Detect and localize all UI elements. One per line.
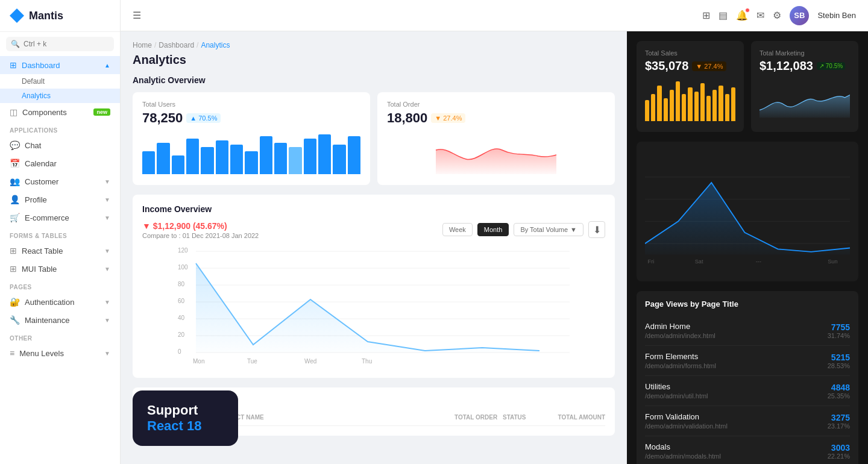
- breadcrumb-home[interactable]: Home: [133, 41, 152, 49]
- svg-text:Wed: Wed: [304, 358, 316, 365]
- dark-bar-12: [712, 90, 717, 122]
- svg-text:40: 40: [178, 315, 185, 321]
- pv-pct-5: 22.21%: [828, 453, 850, 460]
- logo-area[interactable]: Mantis: [0, 0, 120, 32]
- svg-text:0: 0: [178, 348, 181, 355]
- dark-bar-1: [645, 100, 649, 121]
- sidebar-label-menu-levels: Menu Levels: [19, 349, 64, 358]
- svg-text:Sun: Sun: [828, 259, 837, 265]
- section-pages: Pages: [0, 278, 120, 293]
- volume-dropdown[interactable]: By Total Volume ▼: [514, 223, 583, 236]
- support-popup[interactable]: Support React 18: [133, 390, 238, 446]
- dropdown-label: By Total Volume: [520, 226, 568, 233]
- sidebar-label-ecommerce: E-commerce: [25, 213, 69, 222]
- bar-9: [260, 136, 272, 174]
- sidebar-sub-default[interactable]: Default: [0, 74, 120, 89]
- bar-11: [289, 147, 301, 175]
- pv-item-1: Admin Home /demo/admin/index.html 7755 3…: [645, 316, 850, 346]
- mail-icon[interactable]: ✉: [756, 10, 764, 21]
- dark-bar-5: [670, 90, 674, 122]
- header-left: ☰: [133, 10, 141, 21]
- col-product: Product Name: [215, 414, 454, 421]
- search-icon: 🔍: [11, 40, 20, 48]
- download-button[interactable]: ⬇: [588, 221, 605, 238]
- breadcrumb-dashboard[interactable]: Dashboard: [159, 41, 194, 49]
- dark-stat-value-marketing: $1,12,083: [760, 59, 813, 73]
- sidebar-label-dashboard: Dashboard: [22, 61, 60, 70]
- svg-text:Thu: Thu: [362, 358, 372, 365]
- col-total-order: Total Order: [454, 414, 503, 421]
- sidebar-label-auth: Authentication: [25, 298, 74, 307]
- dark-bar-10: [700, 83, 705, 121]
- calendar-icon: 📅: [10, 158, 20, 168]
- section-applications: Applications: [0, 121, 120, 136]
- stat-badge-order: ▼ 27.4%: [431, 113, 465, 123]
- week-button[interactable]: Week: [442, 223, 473, 236]
- sidebar-item-authentication[interactable]: 🔐 Authentication ▼: [0, 293, 120, 311]
- dark-income-chart: Fri Sat --- Sun: [637, 142, 858, 281]
- bar-13: [318, 134, 331, 175]
- month-button[interactable]: Month: [477, 223, 509, 236]
- section-forms: Forms & Tables: [0, 227, 120, 242]
- col-total-amount: Total Amount: [551, 414, 605, 421]
- search-input[interactable]: [24, 40, 109, 48]
- pv-name-4: Form Validation: [645, 412, 828, 421]
- pv-pct-1: 31.74%: [828, 332, 850, 339]
- sidebar-item-dashboard[interactable]: ⊞ Dashboard ▲: [0, 56, 120, 74]
- bar-8: [245, 151, 257, 175]
- sidebar-item-react-table[interactable]: ⊞ React Table ▼: [0, 242, 120, 260]
- notification-icon[interactable]: 🔔: [736, 10, 748, 21]
- dark-stat-label-sales: Total Sales: [645, 49, 735, 57]
- dark-bar-15: [731, 87, 735, 121]
- pv-item-3: Utilities /demo/admin/util.html 4848 25.…: [645, 376, 850, 406]
- dark-bar-8: [688, 87, 692, 121]
- stat-value-users: 78,250: [142, 110, 183, 126]
- dark-bar-14: [725, 94, 729, 122]
- bar-7: [230, 145, 243, 174]
- sidebar-item-maintenance[interactable]: 🔧 Maintenance ▼: [0, 311, 120, 329]
- search-box[interactable]: 🔍: [6, 37, 114, 51]
- sidebar-item-components[interactable]: ◫ Components new: [0, 103, 120, 121]
- chevron-down-icon: ▼: [104, 178, 110, 185]
- sidebar-item-menu-levels[interactable]: ≡ Menu Levels ▼: [0, 344, 120, 362]
- dark-badge-marketing: ↗ 70.5%: [817, 62, 845, 70]
- auth-icon: 🔐: [10, 297, 20, 307]
- sidebar-label-react-table: React Table: [22, 246, 63, 256]
- hamburger-icon[interactable]: ☰: [133, 10, 141, 21]
- sub-label-analytics: Analytics: [22, 92, 51, 100]
- bar-2: [157, 143, 169, 175]
- dark-bar-4: [664, 98, 668, 122]
- income-title: Income Overview: [142, 204, 605, 214]
- bar-10: [274, 143, 287, 175]
- bar-1: [142, 151, 155, 175]
- avatar[interactable]: SB: [790, 6, 809, 25]
- sidebar-item-chat[interactable]: 💬 Chat: [0, 136, 120, 154]
- income-header: ▼ $1,12,900 (45.67%) Compare to : 01 Dec…: [142, 221, 605, 239]
- svg-text:60: 60: [178, 298, 185, 304]
- sidebar-sub-analytics[interactable]: Analytics: [0, 89, 120, 103]
- svg-text:---: ---: [756, 259, 761, 265]
- sidebar-item-profile[interactable]: 👤 Profile ▼: [0, 190, 120, 208]
- sidebar-item-customer[interactable]: 👥 Customer ▼: [0, 172, 120, 190]
- card-icon[interactable]: ▤: [719, 10, 728, 21]
- settings-icon[interactable]: ⚙: [773, 10, 781, 21]
- pv-count-4: 3275: [828, 413, 850, 422]
- sidebar-label-chat: Chat: [25, 141, 41, 150]
- sidebar-item-mui-table[interactable]: ⊞ MUI Table ▼: [0, 260, 120, 278]
- breadcrumb-analytics: Analytics: [201, 41, 230, 49]
- sidebar-label-customer: Customer: [25, 177, 58, 186]
- maintenance-icon: 🔧: [10, 315, 20, 325]
- support-line1: Support: [147, 403, 224, 418]
- sidebar-label-mui-table: MUI Table: [22, 265, 57, 274]
- pv-pct-3: 25.35%: [828, 392, 850, 400]
- sidebar-item-ecommerce[interactable]: 🛒 E-commerce ▼: [0, 208, 120, 227]
- pv-count-3: 4848: [828, 383, 850, 392]
- grid-icon[interactable]: ⊞: [702, 10, 710, 21]
- bar-14: [333, 145, 345, 174]
- income-overview-card: Income Overview ▼ $1,12,900 (45.67%) Com…: [133, 195, 615, 378]
- sidebar: Mantis 🔍 ⊞ Dashboard ▲ Default Analytics…: [0, 0, 121, 464]
- dark-stats-row: Total Sales $35,078 ▼ 27.4%: [637, 41, 858, 132]
- stat-card-total-users: Total Users 78,250 ▲ 70.5%: [133, 92, 370, 185]
- svg-text:20: 20: [178, 331, 185, 338]
- sidebar-item-calendar[interactable]: 📅 Calendar: [0, 154, 120, 172]
